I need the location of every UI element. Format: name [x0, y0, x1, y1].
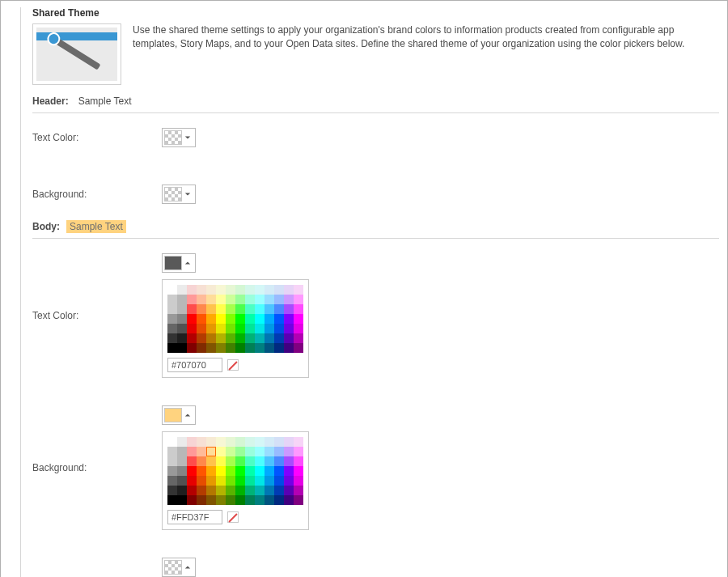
palette-cell[interactable]: [216, 324, 226, 333]
palette-cell[interactable]: [216, 476, 226, 486]
palette-cell[interactable]: [294, 456, 303, 466]
palette-cell[interactable]: [245, 466, 255, 476]
palette-cell[interactable]: [187, 476, 197, 486]
palette-cell[interactable]: [265, 456, 274, 466]
palette-cell[interactable]: [197, 437, 206, 447]
palette-cell[interactable]: [284, 324, 294, 333]
palette-cell[interactable]: [274, 314, 284, 324]
palette-cell[interactable]: [197, 466, 206, 476]
palette-cell[interactable]: [274, 304, 284, 314]
palette-cell[interactable]: [274, 285, 284, 295]
palette-cell[interactable]: [235, 295, 245, 304]
palette-cell[interactable]: [255, 304, 265, 314]
palette-cell[interactable]: [245, 456, 255, 466]
palette-cell[interactable]: [187, 333, 197, 343]
palette-cell[interactable]: [197, 486, 206, 495]
palette-cell[interactable]: [197, 304, 206, 314]
palette-cell[interactable]: [197, 324, 206, 333]
palette-cell[interactable]: [187, 343, 197, 353]
hex-input[interactable]: [167, 510, 222, 524]
palette-cell[interactable]: [265, 437, 274, 447]
palette-cell[interactable]: [235, 466, 245, 476]
palette-cell[interactable]: [274, 324, 284, 333]
palette-cell[interactable]: [177, 304, 187, 314]
palette-cell[interactable]: [177, 476, 187, 486]
palette-cell[interactable]: [274, 486, 284, 495]
palette-cell[interactable]: [226, 495, 235, 505]
palette-cell[interactable]: [206, 314, 216, 324]
palette-cell[interactable]: [216, 486, 226, 495]
palette-cell[interactable]: [226, 314, 235, 324]
palette-cell[interactable]: [167, 333, 177, 343]
palette-cell[interactable]: [177, 486, 187, 495]
palette-cell[interactable]: [216, 495, 226, 505]
palette-cell[interactable]: [255, 314, 265, 324]
palette-cell[interactable]: [294, 285, 303, 295]
palette-cell[interactable]: [265, 476, 274, 486]
palette-cell[interactable]: [265, 466, 274, 476]
palette-cell[interactable]: [245, 295, 255, 304]
palette-cell[interactable]: [206, 466, 216, 476]
palette-cell[interactable]: [206, 304, 216, 314]
palette-cell[interactable]: [216, 314, 226, 324]
palette-cell[interactable]: [226, 324, 235, 333]
palette-cell[interactable]: [284, 295, 294, 304]
palette-cell[interactable]: [187, 466, 197, 476]
palette-cell[interactable]: [206, 285, 216, 295]
palette-cell[interactable]: [226, 456, 235, 466]
palette-cell[interactable]: [265, 495, 274, 505]
palette-cell[interactable]: [226, 447, 235, 456]
palette-cell[interactable]: [265, 314, 274, 324]
palette-cell[interactable]: [255, 324, 265, 333]
palette-cell[interactable]: [216, 447, 226, 456]
palette-cell[interactable]: [245, 314, 255, 324]
palette-cell[interactable]: [235, 343, 245, 353]
palette-cell[interactable]: [294, 333, 303, 343]
palette-cell[interactable]: [206, 343, 216, 353]
palette-cell[interactable]: [167, 285, 177, 295]
palette-cell[interactable]: [206, 437, 216, 447]
palette-cell[interactable]: [197, 456, 206, 466]
palette-cell[interactable]: [167, 304, 177, 314]
palette-cell[interactable]: [226, 486, 235, 495]
palette-cell[interactable]: [265, 486, 274, 495]
palette-cell[interactable]: [294, 495, 303, 505]
palette-cell[interactable]: [265, 447, 274, 456]
palette-grid[interactable]: [167, 285, 303, 353]
palette-cell[interactable]: [197, 495, 206, 505]
no-color-button[interactable]: [227, 511, 239, 523]
palette-cell[interactable]: [255, 486, 265, 495]
palette-cell[interactable]: [235, 476, 245, 486]
palette-cell[interactable]: [255, 285, 265, 295]
palette-cell[interactable]: [177, 495, 187, 505]
palette-cell[interactable]: [294, 295, 303, 304]
body-link-color-picker[interactable]: [162, 558, 196, 577]
palette-cell[interactable]: [187, 285, 197, 295]
palette-cell[interactable]: [197, 476, 206, 486]
palette-cell[interactable]: [197, 333, 206, 343]
palette-cell[interactable]: [294, 466, 303, 476]
palette-cell[interactable]: [197, 447, 206, 456]
palette-cell[interactable]: [187, 304, 197, 314]
palette-cell[interactable]: [274, 495, 284, 505]
palette-cell[interactable]: [226, 476, 235, 486]
palette-cell[interactable]: [167, 476, 177, 486]
palette-cell[interactable]: [187, 456, 197, 466]
palette-cell[interactable]: [167, 437, 177, 447]
palette-cell[interactable]: [265, 295, 274, 304]
palette-cell[interactable]: [187, 447, 197, 456]
palette-cell[interactable]: [245, 476, 255, 486]
palette-cell[interactable]: [274, 343, 284, 353]
palette-cell[interactable]: [245, 324, 255, 333]
palette-cell[interactable]: [255, 466, 265, 476]
palette-cell[interactable]: [226, 285, 235, 295]
palette-cell[interactable]: [294, 447, 303, 456]
palette-cell[interactable]: [167, 343, 177, 353]
no-color-button[interactable]: [227, 359, 239, 371]
palette-cell[interactable]: [206, 324, 216, 333]
palette-cell[interactable]: [177, 437, 187, 447]
palette-cell[interactable]: [274, 333, 284, 343]
palette-cell[interactable]: [284, 466, 294, 476]
palette-cell[interactable]: [255, 295, 265, 304]
palette-cell[interactable]: [187, 324, 197, 333]
